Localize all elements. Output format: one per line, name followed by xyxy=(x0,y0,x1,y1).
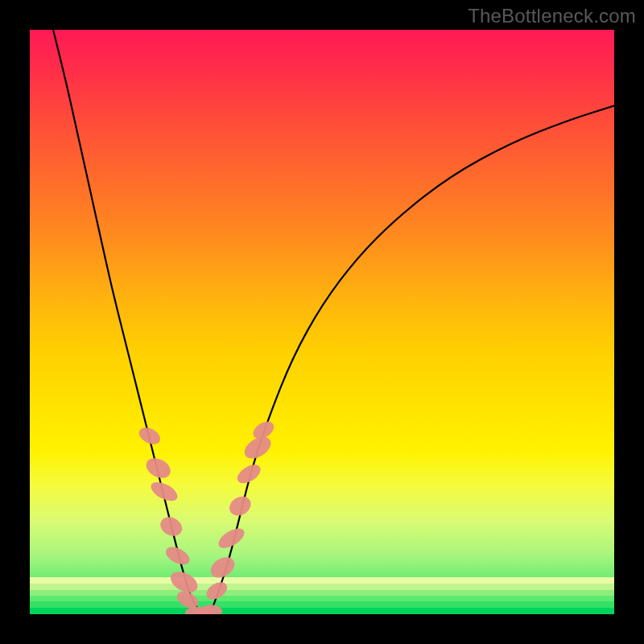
gradient-background xyxy=(30,30,614,614)
svg-point-23 xyxy=(200,605,222,617)
svg-rect-4 xyxy=(30,596,614,601)
bottleneck-plot xyxy=(0,0,644,644)
svg-rect-5 xyxy=(30,601,614,608)
svg-rect-2 xyxy=(30,584,614,590)
svg-rect-1 xyxy=(30,577,614,584)
svg-rect-3 xyxy=(30,590,614,596)
bottom-green-band xyxy=(30,577,614,614)
chart-frame: { "watermark": { "text": "TheBottleneck.… xyxy=(0,0,644,644)
svg-rect-6 xyxy=(30,608,614,614)
plot-area xyxy=(30,30,614,621)
